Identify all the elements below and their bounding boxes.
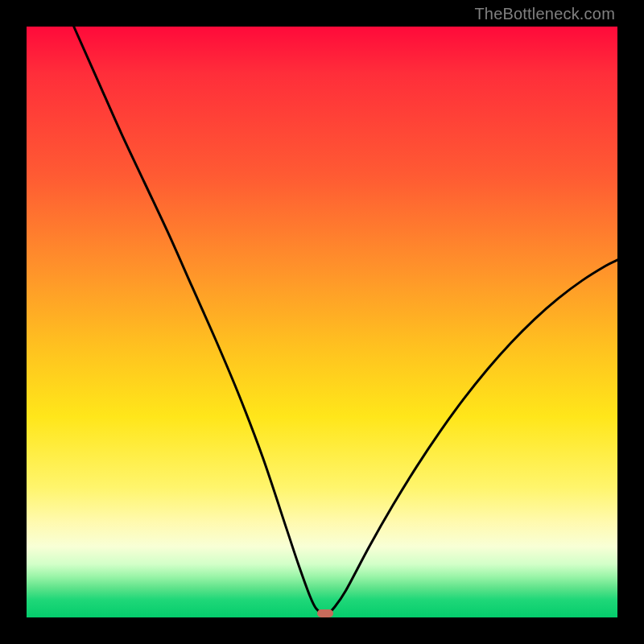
optimum-marker xyxy=(317,609,333,617)
bottleneck-curve xyxy=(27,27,617,617)
chart-frame: TheBottleneck.com xyxy=(0,0,644,644)
plot-area xyxy=(27,27,617,617)
watermark-text: TheBottleneck.com xyxy=(474,5,615,23)
